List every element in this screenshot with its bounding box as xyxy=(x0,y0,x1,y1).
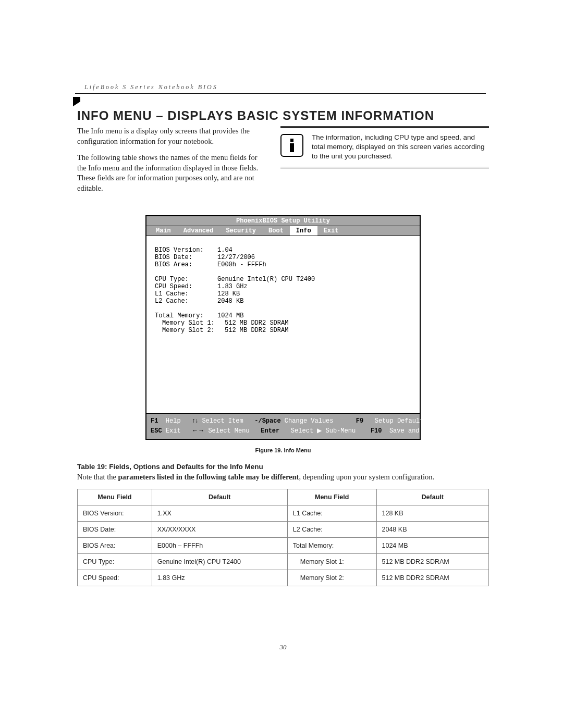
bios-footer: F1 Help ↑↓ Select Item -/Space Change Va… xyxy=(146,413,420,439)
intro-paragraph-1: The Info menu is a display only screens … xyxy=(77,126,259,146)
table-cell: L1 Cache: xyxy=(287,505,376,522)
table-cell: BIOS Version: xyxy=(78,505,152,522)
bios-body: BIOS Version:1.04BIOS Date:12/27/2006BIO… xyxy=(146,236,420,413)
bios-field-row: CPU Type:Genuine Intel(R) CPU T2400 xyxy=(155,276,411,283)
bios-field-row: L1 Cache:128 KB xyxy=(155,290,411,298)
bios-field-row: BIOS Version:1.04 xyxy=(155,246,411,254)
bios-field-row: Total Memory:1024 MB xyxy=(155,312,411,319)
table-header: Default xyxy=(152,489,287,505)
table-header: Menu Field xyxy=(78,489,152,505)
table-row: CPU Speed:1.83 GHzMemory Slot 2:512 MB D… xyxy=(78,570,489,586)
page-number: 30 xyxy=(77,643,489,651)
table-row: BIOS Area:E000h – FFFFhTotal Memory:1024… xyxy=(78,538,489,554)
bios-tab-info: Info xyxy=(290,226,317,236)
bios-field-row: CPU Speed:1.83 GHz xyxy=(155,283,411,290)
table-cell: CPU Speed: xyxy=(78,570,152,586)
running-header: LifeBook S Series Notebook BIOS xyxy=(75,83,486,94)
bios-screenshot: PhoenixBIOS Setup Utility MainAdvancedSe… xyxy=(145,215,421,440)
table-cell: 2048 KB xyxy=(376,522,488,538)
bios-tab-boot: Boot xyxy=(262,226,290,236)
table-cell: Genuine Intel(R) CPU T2400 xyxy=(152,554,287,570)
bios-title-bar: PhoenixBIOS Setup Utility xyxy=(146,216,420,226)
info-note-text: The information, including CPU type and … xyxy=(312,133,489,162)
table-cell: Memory Slot 1: xyxy=(287,554,376,570)
bios-field-row: L2 Cache:2048 KB xyxy=(155,298,411,305)
table-cell: 512 MB DDR2 SDRAM xyxy=(376,554,488,570)
table-row: CPU Type:Genuine Intel(R) CPU T2400Memor… xyxy=(78,554,489,570)
bios-field-row: Memory Slot 2:512 MB DDR2 SDRAM xyxy=(155,327,411,334)
defaults-table: Menu FieldDefaultMenu FieldDefault BIOS … xyxy=(77,489,489,586)
table-cell: BIOS Date: xyxy=(78,522,152,538)
table-cell: Total Memory: xyxy=(287,538,376,554)
table-row: BIOS Version:1.XXL1 Cache:128 KB xyxy=(78,505,489,522)
table-cell: 128 KB xyxy=(376,505,488,522)
bios-field-row: Memory Slot 1:512 MB DDR2 SDRAM xyxy=(155,319,411,327)
table-note: Note that the parameters listed in the f… xyxy=(77,473,489,482)
table-row: BIOS Date:XX/XX/XXXXL2 Cache:2048 KB xyxy=(78,522,489,538)
bios-tab-exit: Exit xyxy=(317,226,345,236)
table-cell: XX/XX/XXXX xyxy=(152,522,287,538)
table-cell: 1.XX xyxy=(152,505,287,522)
table-cell: BIOS Area: xyxy=(78,538,152,554)
intro-paragraph-2: The following table shows the names of t… xyxy=(77,153,259,193)
bios-tab-main: Main xyxy=(150,226,177,236)
bios-tab-advanced: Advanced xyxy=(177,226,220,236)
info-icon xyxy=(280,134,303,157)
figure-caption: Figure 19. Info Menu xyxy=(145,447,421,453)
bios-tab-security: Security xyxy=(219,226,262,236)
bios-field-row: BIOS Date:12/27/2006 xyxy=(155,254,411,261)
table-cell: 1.83 GHz xyxy=(152,570,287,586)
table-cell: CPU Type: xyxy=(78,554,152,570)
table-cell: Memory Slot 2: xyxy=(287,570,376,586)
table-cell: E000h – FFFFh xyxy=(152,538,287,554)
table-cell: L2 Cache: xyxy=(287,522,376,538)
info-note-box: The information, including CPU type and … xyxy=(280,126,489,168)
table-header: Default xyxy=(376,489,488,505)
table-cell: 512 MB DDR2 SDRAM xyxy=(376,570,488,586)
table-cell: 1024 MB xyxy=(376,538,488,554)
table-title: Table 19: Fields, Options and Defaults f… xyxy=(77,463,489,471)
table-header: Menu Field xyxy=(287,489,376,505)
bios-field-row: BIOS Area:E000h - FFFFh xyxy=(155,261,411,268)
page-title: INFO MENU – DISPLAYS BASIC SYSTEM INFORM… xyxy=(77,108,489,123)
bios-tab-bar: MainAdvancedSecurityBootInfoExit xyxy=(146,226,420,236)
